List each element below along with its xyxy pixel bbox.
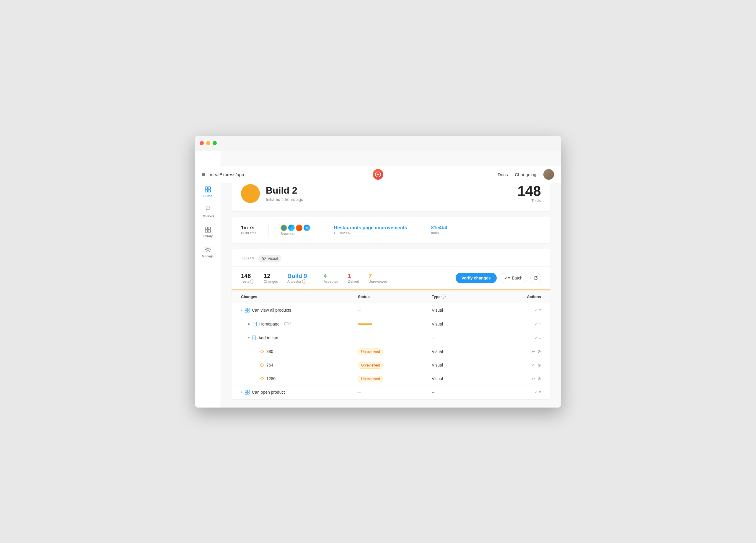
svg-point-1 [377, 174, 379, 175]
visual-toggle[interactable]: Visual [258, 255, 281, 262]
stat-changes-label: Changes [264, 279, 278, 283]
story-icon [252, 335, 256, 340]
deny-icon[interactable]: ⊗ [537, 349, 541, 354]
browser-icons [281, 225, 310, 231]
table-row: 1280 Unreviewed Visual ↩ ⊗ [232, 372, 550, 385]
stat-unreviewed-label: Unreviewed [369, 279, 387, 283]
check-icon[interactable]: ✓≡ [535, 321, 541, 327]
manage-icon [204, 246, 211, 253]
commit-label: main [431, 231, 447, 235]
changelog-link[interactable]: Changelog [515, 172, 536, 177]
browsers-item: Browsers [281, 225, 310, 236]
check-icon[interactable]: ✓≡ [535, 389, 541, 395]
row-actions-homepage: ✓≡ [497, 321, 541, 327]
pr-link[interactable]: Restaurants page improvements [334, 225, 407, 231]
reviews-icon [204, 206, 211, 213]
svg-rect-24 [247, 392, 249, 394]
refresh-icon [533, 275, 538, 280]
builds-icon [204, 186, 211, 193]
row-name-380: 380 [260, 349, 358, 354]
check-icon[interactable]: ✓≡ [535, 335, 541, 340]
menu-icon[interactable]: ≡ [202, 172, 205, 178]
row-type-homepage: Visual [432, 322, 497, 326]
sidebar-item-manage[interactable]: Manage [197, 243, 219, 261]
stats-row: 148 Tests ? 12 Changes Build 9 [232, 267, 550, 290]
stat-accepted-number: 4 [324, 273, 338, 279]
undo-icon[interactable]: ↩ [532, 349, 535, 354]
row-actions: ✓≡ [497, 307, 541, 313]
meta-divider-1 [268, 224, 269, 236]
verify-changes-button[interactable]: Verify changes [456, 273, 497, 283]
svg-rect-16 [245, 310, 247, 312]
stat-total: 148 Tests ? [241, 273, 254, 283]
row-type-can-open-product: -- [432, 390, 497, 394]
stat-total-number: 148 [241, 273, 254, 279]
row-status: -- [358, 308, 432, 312]
expand-icon[interactable]: ▾ [241, 308, 242, 311]
snapshot-icon [260, 349, 264, 353]
stat-ancestor-label: Ancestor ? [287, 279, 307, 283]
svg-rect-5 [208, 190, 211, 192]
tests-section: TESTS Visual 148 [232, 249, 550, 399]
traffic-lights [200, 141, 217, 145]
table-row: ▾ Can view all products -- Visual [232, 303, 550, 317]
undo-icon[interactable]: ↩ [532, 376, 535, 381]
close-button[interactable] [200, 141, 204, 145]
row-status-764: Unreviewed [358, 363, 432, 367]
fullscreen-button[interactable] [213, 141, 217, 145]
titlebar [195, 136, 561, 151]
accept-icon[interactable]: ✓ [531, 362, 535, 368]
expand-icon[interactable]: ▾ [248, 336, 250, 339]
total-info-icon[interactable]: ? [250, 279, 254, 283]
comment-icon [284, 322, 289, 326]
svg-rect-19 [285, 322, 288, 325]
row-name-add-to-cart: ▾ Add to cart [248, 335, 358, 340]
expand-icon[interactable]: ▶ [248, 322, 250, 325]
minimize-button[interactable] [206, 141, 210, 145]
firefox-icon [296, 225, 302, 231]
builds-label: Builds [203, 194, 212, 198]
table-row: 380 Unreviewed Visual ↩ ⊗ [232, 345, 550, 358]
deny-icon[interactable]: ⊗ [537, 363, 541, 367]
stat-denied: 1 Denied [348, 273, 359, 283]
batch-checkmark-icon: ✓≡ [505, 276, 510, 280]
sidebar-item-library[interactable]: Library [197, 223, 219, 241]
unreviewed-badge: Unreviewed [358, 376, 383, 382]
row-type-add-to-cart: -- [432, 335, 497, 340]
row-status-can-open-product: -- [358, 390, 432, 394]
svg-rect-15 [247, 308, 249, 310]
batch-button[interactable]: ✓≡ Batch [500, 273, 527, 283]
type-info-icon[interactable]: ? [441, 294, 446, 298]
row-label: 764 [266, 363, 273, 367]
stat-accepted: 4 Accepted [324, 273, 338, 283]
deny-icon[interactable]: ⊗ [537, 376, 541, 381]
library-icon [204, 226, 211, 233]
ancestor-info-icon[interactable]: ? [302, 279, 306, 283]
docs-link[interactable]: Docs [498, 172, 508, 177]
row-actions-380: ↩ ⊗ [497, 349, 541, 354]
logo-icon [373, 169, 383, 180]
col-actions: Actions [497, 294, 541, 299]
suite-icon [245, 390, 250, 394]
edge-icon [288, 225, 295, 231]
comment-count: 2 [289, 322, 291, 326]
check-icon[interactable]: ✓≡ [535, 307, 541, 313]
avatar[interactable] [543, 169, 554, 180]
story-icon [253, 322, 257, 326]
row-actions-can-open-product: ✓≡ [497, 389, 541, 395]
refresh-button[interactable] [530, 273, 541, 283]
sidebar-item-reviews[interactable]: Reviews [197, 203, 219, 221]
reviews-label: Reviews [202, 214, 214, 218]
build-count: 148 Tests [517, 184, 541, 203]
row-name-764: 764 [260, 363, 358, 367]
meta-divider-2 [322, 224, 322, 236]
expand-icon[interactable]: ▾ [241, 390, 242, 394]
eye-icon [262, 256, 266, 260]
row-label: Homepage [259, 322, 280, 326]
row-label: Can view all products [252, 308, 291, 312]
sidebar-item-builds[interactable]: Builds [197, 183, 219, 201]
comment-badge: 2 [284, 322, 291, 326]
svg-rect-7 [208, 227, 211, 229]
stat-ancestor-number[interactable]: Build 9 [287, 273, 307, 279]
safari-icon [304, 225, 310, 231]
